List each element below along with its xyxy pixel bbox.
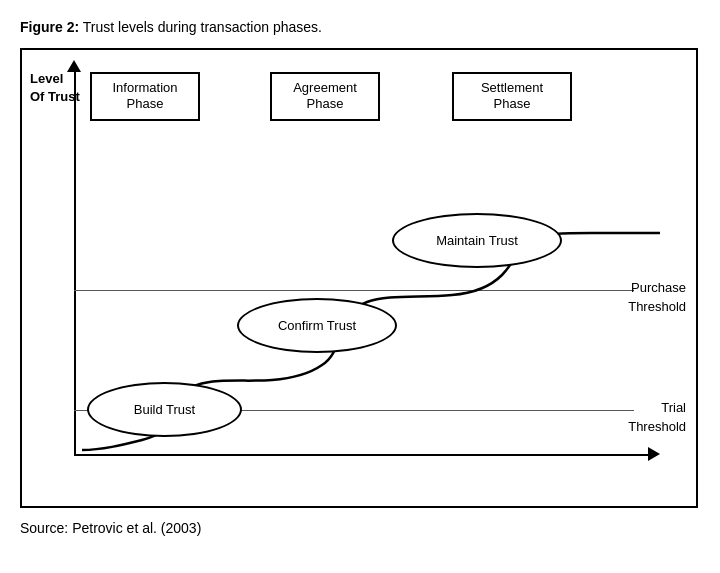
x-axis-arrow-icon xyxy=(648,447,660,461)
y-axis-line xyxy=(74,65,76,455)
x-axis-line xyxy=(74,454,654,456)
build-trust-ellipse: Build Trust xyxy=(87,382,242,437)
diagram-container: Level Of Trust InformationPhase Agreemen… xyxy=(20,48,698,508)
confirm-trust-ellipse: Confirm Trust xyxy=(237,298,397,353)
phase-agreement-box: AgreementPhase xyxy=(270,72,380,122)
phase-settlement-box: SettlementPhase xyxy=(452,72,572,122)
confirm-trust-label: Confirm Trust xyxy=(278,318,356,333)
build-trust-label: Build Trust xyxy=(134,402,195,417)
maintain-trust-label: Maintain Trust xyxy=(436,233,518,248)
purchase-threshold-line xyxy=(74,290,634,292)
phase-info-box: InformationPhase xyxy=(90,72,200,122)
purchase-threshold-label: Purchase Threshold xyxy=(628,278,686,317)
source-text: Source: Petrovic et al. (2003) xyxy=(20,520,201,536)
figure-title-text: Trust levels during transaction phases. xyxy=(83,19,322,35)
trial-threshold-label: Trial Threshold xyxy=(628,398,686,437)
figure-title-bold: Figure 2: xyxy=(20,19,79,35)
figure-title: Figure 2: Trust levels during transactio… xyxy=(20,18,322,38)
maintain-trust-ellipse: Maintain Trust xyxy=(392,213,562,268)
y-axis-label: Level Of Trust xyxy=(30,70,80,106)
